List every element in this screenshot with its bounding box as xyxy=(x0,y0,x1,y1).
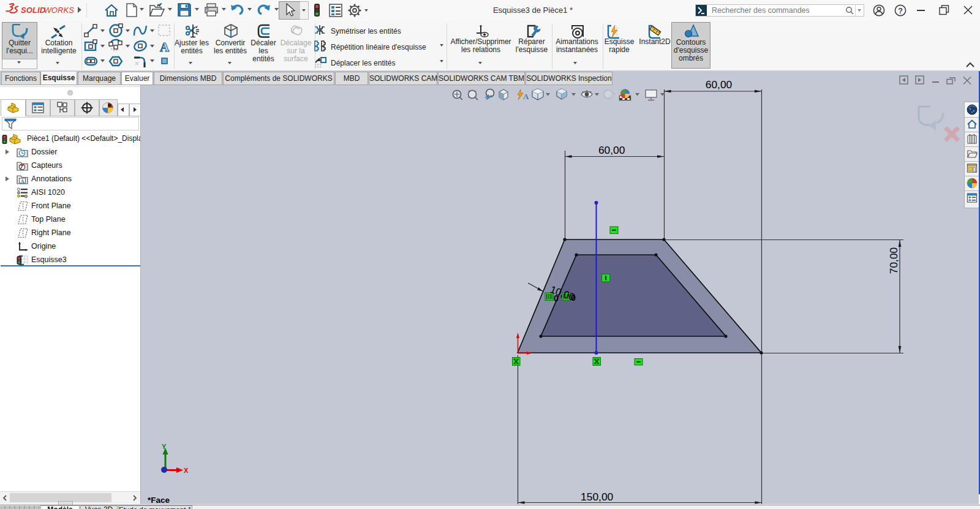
svg-text:60,00: 60,00 xyxy=(706,78,733,91)
svg-text:A: A xyxy=(160,40,170,55)
svg-text:Y: Y xyxy=(162,443,167,450)
svg-text:?: ? xyxy=(898,7,903,15)
svg-text:60,00: 60,00 xyxy=(598,144,625,156)
svg-text:70,00: 70,00 xyxy=(888,247,900,274)
svg-text:0: 0 xyxy=(571,293,576,303)
svg-text:X: X xyxy=(184,467,189,474)
svg-text:WORKS: WORKS xyxy=(44,6,75,15)
svg-text:A: A xyxy=(20,178,24,184)
svg-text:0: 0 xyxy=(554,293,559,303)
svg-text:A: A xyxy=(523,92,529,101)
svg-text:150,00: 150,00 xyxy=(581,491,613,503)
svg-text:*Face: *Face xyxy=(148,496,170,505)
svg-text:SOLID: SOLID xyxy=(21,6,46,15)
